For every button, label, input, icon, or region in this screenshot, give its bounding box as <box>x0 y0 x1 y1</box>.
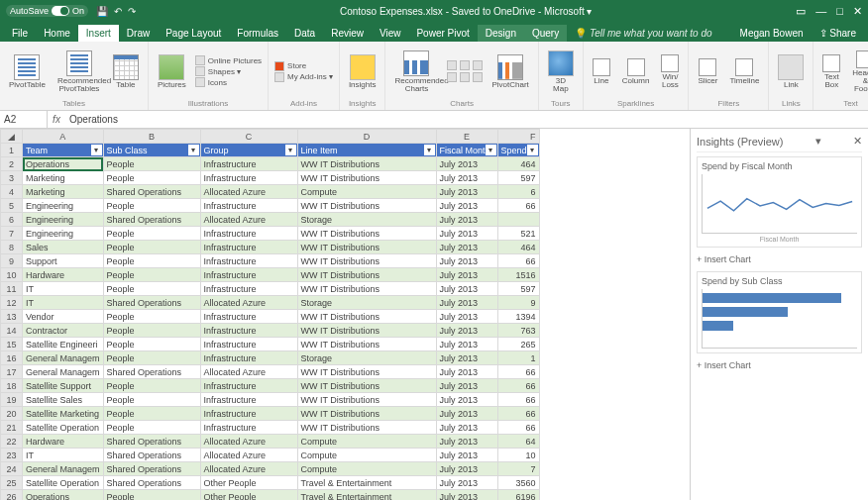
cell[interactable]: People <box>103 338 200 351</box>
cell[interactable]: WW IT Distributions <box>297 268 436 282</box>
row-header[interactable]: 25 <box>1 476 23 490</box>
row-header-1[interactable]: 1 <box>1 144 23 157</box>
table-row[interactable]: 26OperationsPeopleOther PeopleTravel & E… <box>1 490 540 501</box>
cell[interactable]: 66 <box>497 393 539 407</box>
cell[interactable]: July 2013 <box>436 282 497 296</box>
row-header[interactable]: 15 <box>1 338 23 351</box>
header-fiscalmonth[interactable]: Fiscal Month▾ <box>436 144 497 157</box>
pivotchart-button[interactable]: PivotChart <box>488 52 531 91</box>
row-header[interactable]: 24 <box>1 462 23 476</box>
cell[interactable]: Satellite Sales <box>23 393 104 407</box>
table-row[interactable]: 7EngineeringPeopleInfrastructureWW IT Di… <box>1 227 540 241</box>
cell[interactable]: Infrastructure <box>200 268 297 282</box>
cell[interactable]: Infrastructure <box>200 338 297 351</box>
cell[interactable]: Engineering <box>23 199 104 213</box>
cell[interactable]: Allocated Azure <box>200 449 297 462</box>
cell[interactable]: Allocated Azure <box>200 213 297 227</box>
header-team[interactable]: Team▾ <box>23 144 104 157</box>
cell[interactable]: July 2013 <box>436 199 497 213</box>
cell[interactable]: July 2013 <box>436 462 497 476</box>
cell[interactable]: Shared Operations <box>103 213 200 227</box>
tab-data[interactable]: Data <box>286 25 323 42</box>
close-icon[interactable]: ✕ <box>853 5 862 18</box>
cell[interactable]: IT <box>23 449 104 462</box>
cell[interactable]: 9 <box>497 296 539 310</box>
col-header-C[interactable]: C <box>200 130 297 144</box>
name-box[interactable]: A2 <box>0 111 48 128</box>
cell[interactable]: 597 <box>497 171 539 185</box>
cell[interactable]: WW IT Distributions <box>297 157 436 171</box>
cell[interactable]: July 2013 <box>436 310 497 324</box>
cell[interactable]: Infrastructure <box>200 393 297 407</box>
cell[interactable]: People <box>103 393 200 407</box>
cell[interactable]: Storage <box>297 351 436 365</box>
insights-button[interactable]: Insights <box>346 52 380 91</box>
myaddins-button[interactable]: My Add-ins ▾ <box>274 72 333 82</box>
cell[interactable]: July 2013 <box>436 490 497 501</box>
cell[interactable]: People <box>103 157 200 171</box>
cell[interactable]: Marketing <box>23 185 104 199</box>
cell[interactable]: Satellite Engineeri <box>23 338 104 351</box>
cell[interactable]: July 2013 <box>436 241 497 254</box>
header-spend[interactable]: Spend▾ <box>497 144 539 157</box>
cell[interactable]: 464 <box>497 157 539 171</box>
cell[interactable]: July 2013 <box>436 476 497 490</box>
table-row[interactable]: 4MarketingShared OperationsAllocated Azu… <box>1 185 540 199</box>
row-header[interactable]: 2 <box>1 157 23 171</box>
cell[interactable]: WW IT Distributions <box>297 407 436 421</box>
link-button[interactable]: Link <box>775 52 807 91</box>
cell[interactable]: General Managem <box>23 365 104 379</box>
row-header[interactable]: 16 <box>1 351 23 365</box>
cell[interactable]: WW IT Distributions <box>297 338 436 351</box>
row-header[interactable]: 5 <box>1 199 23 213</box>
cell[interactable]: Hardware <box>23 268 104 282</box>
tab-file[interactable]: File <box>4 25 36 42</box>
store-button[interactable]: Store <box>274 61 333 71</box>
table-row[interactable]: 3MarketingPeopleInfrastructureWW IT Dist… <box>1 171 540 185</box>
cell[interactable]: Satellite Marketing <box>23 407 104 421</box>
tab-view[interactable]: View <box>372 25 409 42</box>
tab-powerpivot[interactable]: Power Pivot <box>408 25 477 42</box>
close-pane-icon[interactable]: ✕ <box>853 135 862 148</box>
cell[interactable]: Hardware <box>23 435 104 449</box>
cell[interactable]: WW IT Distributions <box>297 199 436 213</box>
cell[interactable]: July 2013 <box>436 421 497 435</box>
cell[interactable]: 7 <box>497 462 539 476</box>
cell[interactable]: Infrastructure <box>200 282 297 296</box>
table-row[interactable]: 22HardwareShared OperationsAllocated Azu… <box>1 435 540 449</box>
table-row[interactable]: 15Satellite EngineeriPeopleInfrastructur… <box>1 338 540 351</box>
chart-type-1[interactable] <box>447 60 483 70</box>
recommended-charts-button[interactable]: Recommended Charts <box>391 49 441 95</box>
pivottable-button[interactable]: PivotTable <box>6 52 49 91</box>
row-header[interactable]: 14 <box>1 324 23 338</box>
user-account[interactable]: Megan Bowen <box>732 25 812 42</box>
filter-icon[interactable]: ▾ <box>188 145 199 155</box>
insight-card-2[interactable]: Spend by Sub Class <box>697 271 862 353</box>
cell[interactable]: 265 <box>497 338 539 351</box>
col-header-F[interactable]: F <box>497 130 539 144</box>
row-header[interactable]: 13 <box>1 310 23 324</box>
row-header[interactable]: 17 <box>1 365 23 379</box>
cell[interactable]: Storage <box>297 213 436 227</box>
cell[interactable]: People <box>103 407 200 421</box>
cell[interactable]: July 2013 <box>436 254 497 268</box>
sparkline-winloss-button[interactable]: Win/ Loss <box>658 52 682 91</box>
row-header[interactable]: 7 <box>1 227 23 241</box>
cell[interactable]: WW IT Distributions <box>297 310 436 324</box>
cell[interactable]: 66 <box>497 407 539 421</box>
cell[interactable]: Shared Operations <box>103 365 200 379</box>
table-row[interactable]: 19Satellite SalesPeopleInfrastructureWW … <box>1 393 540 407</box>
table-row[interactable]: 12ITShared OperationsAllocated AzureStor… <box>1 296 540 310</box>
filter-icon[interactable]: ▾ <box>424 145 435 155</box>
row-header[interactable]: 12 <box>1 296 23 310</box>
cell[interactable]: People <box>103 199 200 213</box>
table-row[interactable]: 21Satellite OperationPeopleInfrastructur… <box>1 421 540 435</box>
cell[interactable]: July 2013 <box>436 449 497 462</box>
cell[interactable]: July 2013 <box>436 324 497 338</box>
cell[interactable]: WW IT Distributions <box>297 282 436 296</box>
cell[interactable]: 64 <box>497 435 539 449</box>
cell[interactable]: Compute <box>297 435 436 449</box>
table-row[interactable]: 24General ManagemShared OperationsAlloca… <box>1 462 540 476</box>
tab-query[interactable]: Query <box>524 25 567 42</box>
cell[interactable]: WW IT Distributions <box>297 365 436 379</box>
